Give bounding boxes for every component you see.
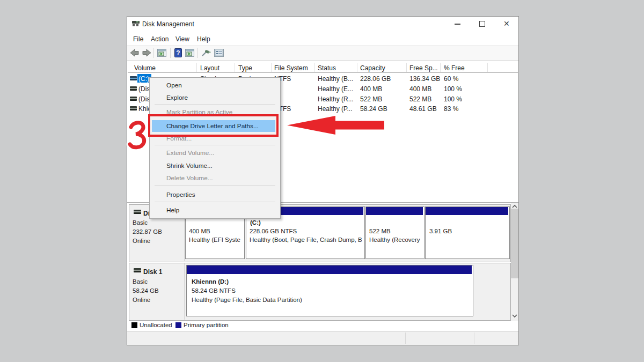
svg-text:?: ?	[176, 49, 180, 57]
